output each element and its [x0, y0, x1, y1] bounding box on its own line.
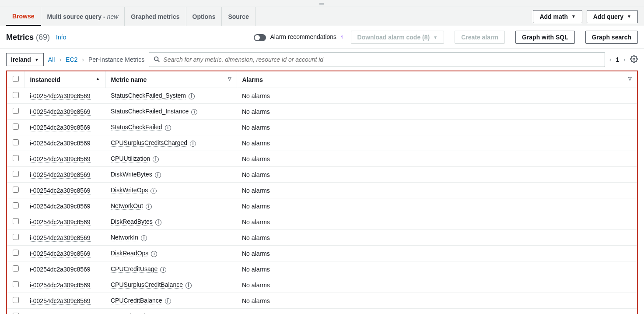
alarms-cell: No alarms [237, 230, 637, 246]
info-icon[interactable]: i [165, 125, 171, 131]
tab-multi-source-label: Multi source query - [47, 13, 105, 20]
metric-name-link[interactable]: CPUUtilization [111, 155, 150, 162]
metric-name-link[interactable]: DiskReadBytes [111, 218, 153, 226]
breadcrumb-ec2[interactable]: EC2 [66, 56, 77, 63]
metric-name-link[interactable]: DiskReadOps [111, 250, 148, 257]
table-row: i-00254dc2a309c8569NetworkPacketsIniNo a… [7, 309, 637, 314]
instance-id-link[interactable]: i-00254dc2a309c8569 [30, 250, 91, 258]
row-checkbox[interactable] [13, 281, 19, 287]
metric-name-link[interactable]: StatusCheckFailed_System [111, 92, 186, 99]
row-checkbox[interactable] [13, 250, 19, 256]
instance-id-link[interactable]: i-00254dc2a309c8569 [30, 92, 91, 100]
graph-search-button[interactable]: Graph search [585, 31, 638, 44]
region-selector[interactable]: Ireland ▼ [6, 53, 44, 66]
alarms-cell: No alarms [237, 167, 637, 183]
metric-name-link[interactable]: NetworkIn [111, 234, 138, 241]
instance-id-link[interactable]: i-00254dc2a309c8569 [30, 108, 91, 116]
info-icon[interactable]: i [155, 172, 161, 178]
metric-name-link[interactable]: CPUCreditBalance [111, 297, 162, 304]
info-icon[interactable]: i [160, 267, 166, 273]
add-math-button[interactable]: Add math ▼ [533, 10, 582, 23]
info-icon[interactable]: i [190, 141, 196, 147]
info-icon[interactable]: i [151, 251, 157, 257]
instance-id-link[interactable]: i-00254dc2a309c8569 [30, 171, 91, 179]
prev-page-button[interactable]: ‹ [609, 56, 612, 63]
col-alarms[interactable]: Alarms ▽ [237, 71, 637, 88]
metric-name-link[interactable]: StatusCheckFailed [111, 123, 162, 131]
metric-name-link[interactable]: CPUSurplusCreditsCharged [111, 139, 187, 147]
page-title: Metrics (69) [6, 33, 50, 42]
alarms-cell: No alarms [237, 151, 637, 167]
row-checkbox[interactable] [13, 108, 19, 114]
tab-graphed-metrics[interactable]: Graphed metrics [125, 7, 186, 26]
info-icon[interactable]: i [191, 109, 197, 115]
alarms-cell: No alarms [237, 309, 637, 314]
info-icon[interactable]: i [141, 235, 147, 241]
instance-id-link[interactable]: i-00254dc2a309c8569 [30, 124, 91, 131]
instance-id-link[interactable]: i-00254dc2a309c8569 [30, 155, 91, 163]
instance-id-link[interactable]: i-00254dc2a309c8569 [30, 234, 91, 242]
metric-name-link[interactable]: DiskWriteOps [111, 187, 148, 194]
page-title-text: Metrics [6, 33, 34, 42]
alarms-cell: No alarms [237, 198, 637, 214]
metric-name-link[interactable]: CPUCreditUsage [111, 265, 158, 273]
metric-name-link[interactable]: NetworkOut [111, 202, 143, 210]
col-select-all [7, 71, 24, 88]
instance-id-link[interactable]: i-00254dc2a309c8569 [30, 282, 91, 289]
table-row: i-00254dc2a309c8569NetworkIniNo alarms [7, 230, 637, 246]
header-bar: Metrics (69) Info Alarm recommendations … [0, 26, 644, 49]
table-row: i-00254dc2a309c8569StatusCheckFailed_Ins… [7, 104, 637, 120]
row-checkbox[interactable] [13, 123, 19, 130]
alarms-cell: No alarms [237, 246, 637, 261]
search-input[interactable] [163, 56, 600, 63]
col-metric-name[interactable]: Metric name ▽ [105, 71, 237, 88]
instance-id-link[interactable]: i-00254dc2a309c8569 [30, 297, 91, 305]
info-icon[interactable]: i [150, 188, 157, 194]
breadcrumb-all[interactable]: All [48, 56, 55, 63]
metric-name-link[interactable]: StatusCheckFailed_Instance [111, 108, 189, 115]
instance-id-link[interactable]: i-00254dc2a309c8569 [30, 140, 91, 147]
graph-with-sql-button[interactable]: Graph with SQL [515, 31, 575, 44]
row-checkbox[interactable] [13, 234, 19, 240]
tab-browse[interactable]: Browse [6, 7, 41, 26]
add-query-button[interactable]: Add query ▼ [587, 10, 638, 23]
info-icon[interactable]: i [165, 298, 171, 304]
tab-source[interactable]: Source [222, 7, 255, 26]
breadcrumb-per-instance: Per-Instance Metrics [88, 56, 144, 63]
tab-options[interactable]: Options [186, 7, 222, 26]
info-icon[interactable]: i [153, 156, 159, 162]
alarm-recommendations-toggle[interactable]: Alarm recommendations ♀ [254, 33, 344, 41]
settings-button[interactable] [630, 55, 638, 64]
row-checkbox[interactable] [13, 92, 19, 98]
panel-drag-handle[interactable]: ═ [0, 0, 644, 7]
info-link[interactable]: Info [56, 34, 66, 41]
download-alarm-code-button[interactable]: Download alarm code (8) ▼ [351, 31, 444, 44]
info-icon[interactable]: i [189, 93, 195, 99]
row-checkbox[interactable] [13, 265, 19, 272]
select-all-checkbox[interactable] [13, 76, 19, 82]
instance-id-link[interactable]: i-00254dc2a309c8569 [30, 187, 91, 194]
row-checkbox[interactable] [13, 171, 19, 177]
row-checkbox[interactable] [13, 202, 19, 208]
info-icon[interactable]: i [186, 282, 192, 289]
tab-multi-source-query[interactable]: Multi source query - new [41, 7, 125, 26]
row-checkbox[interactable] [13, 187, 19, 193]
metric-name-link[interactable]: CPUSurplusCreditBalance [111, 281, 183, 289]
row-checkbox[interactable] [13, 155, 19, 161]
row-checkbox[interactable] [13, 297, 19, 303]
table-row: i-00254dc2a309c8569CPUCreditUsageiNo ala… [7, 261, 637, 277]
info-icon[interactable]: i [146, 204, 152, 210]
instance-id-link[interactable]: i-00254dc2a309c8569 [30, 266, 91, 273]
metric-name-link[interactable]: DiskWriteBytes [111, 171, 152, 178]
info-icon[interactable]: i [155, 219, 161, 226]
row-checkbox[interactable] [13, 218, 19, 224]
next-page-button[interactable]: › [623, 56, 626, 63]
tab-bar: Browse Multi source query - new Graphed … [0, 7, 644, 26]
create-alarm-button[interactable]: Create alarm [455, 31, 505, 44]
caret-down-icon: ▼ [433, 35, 438, 40]
instance-id-link[interactable]: i-00254dc2a309c8569 [30, 203, 91, 210]
search-box[interactable] [149, 52, 605, 67]
row-checkbox[interactable] [13, 139, 19, 145]
col-instance-id[interactable]: InstanceId ▲ [24, 71, 105, 88]
instance-id-link[interactable]: i-00254dc2a309c8569 [30, 219, 91, 226]
